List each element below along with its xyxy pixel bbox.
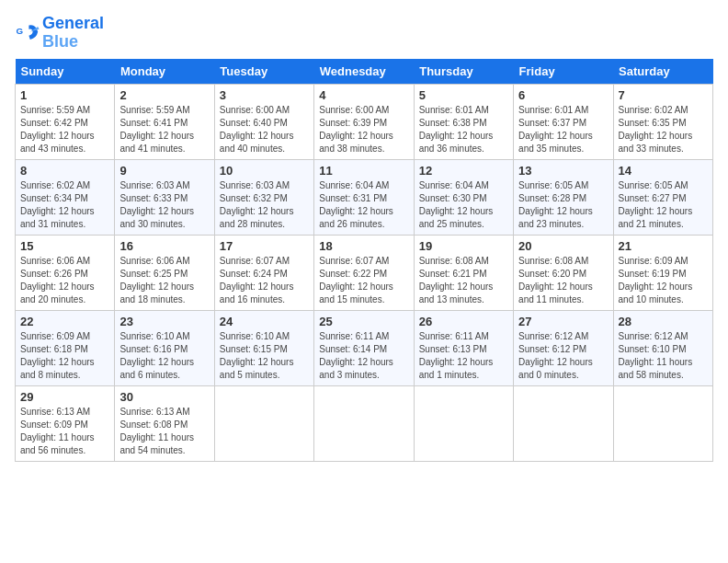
- day-cell-14: 14 Sunrise: 6:05 AM Sunset: 6:27 PM Dayl…: [613, 159, 712, 235]
- day-cell-25: 25 Sunrise: 6:11 AM Sunset: 6:14 PM Dayl…: [314, 310, 414, 385]
- day-number: 30: [119, 390, 209, 404]
- day-cell-19: 19 Sunrise: 6:08 AM Sunset: 6:21 PM Dayl…: [414, 235, 513, 310]
- day-info: Sunrise: 6:02 AM Sunset: 6:35 PM Dayligh…: [619, 104, 708, 155]
- col-header-wednesday: Wednesday: [314, 59, 414, 85]
- day-number: 9: [119, 164, 209, 178]
- col-header-tuesday: Tuesday: [214, 59, 313, 85]
- col-header-sunday: Sunday: [16, 59, 115, 85]
- day-info: Sunrise: 6:02 AM Sunset: 6:34 PM Dayligh…: [20, 179, 109, 231]
- day-number: 28: [619, 315, 708, 328]
- col-header-friday: Friday: [514, 59, 613, 85]
- day-cell-29: 29 Sunrise: 6:13 AM Sunset: 6:09 PM Dayl…: [16, 385, 115, 461]
- day-info: Sunrise: 6:09 AM Sunset: 6:18 PM Dayligh…: [20, 330, 109, 382]
- day-number: 22: [20, 315, 109, 328]
- day-cell-30: 30 Sunrise: 6:13 AM Sunset: 6:08 PM Dayl…: [115, 385, 214, 461]
- day-number: 5: [419, 88, 508, 102]
- day-number: 21: [619, 239, 708, 253]
- day-info: Sunrise: 6:10 AM Sunset: 6:16 PM Dayligh…: [119, 330, 209, 382]
- calendar-week-4: 22 Sunrise: 6:09 AM Sunset: 6:18 PM Dayl…: [16, 310, 713, 385]
- day-number: 26: [419, 315, 508, 328]
- day-cell-24: 24 Sunrise: 6:10 AM Sunset: 6:15 PM Dayl…: [214, 310, 313, 385]
- day-number: 29: [20, 390, 109, 404]
- day-cell-9: 9 Sunrise: 6:03 AM Sunset: 6:33 PM Dayli…: [115, 159, 214, 235]
- day-number: 7: [619, 88, 708, 102]
- col-header-monday: Monday: [115, 59, 214, 85]
- day-info: Sunrise: 6:05 AM Sunset: 6:28 PM Dayligh…: [518, 179, 608, 231]
- logo: G GeneralBlue: [15, 15, 104, 52]
- day-cell-10: 10 Sunrise: 6:03 AM Sunset: 6:32 PM Dayl…: [214, 159, 313, 235]
- day-cell-26: 26 Sunrise: 6:11 AM Sunset: 6:13 PM Dayl…: [414, 310, 513, 385]
- logo-icon: G: [15, 20, 40, 46]
- day-cell-17: 17 Sunrise: 6:07 AM Sunset: 6:24 PM Dayl…: [214, 235, 313, 310]
- day-info: Sunrise: 6:00 AM Sunset: 6:39 PM Dayligh…: [319, 104, 408, 155]
- calendar-table: SundayMondayTuesdayWednesdayThursdayFrid…: [15, 59, 713, 462]
- day-number: 1: [20, 88, 109, 102]
- day-cell-12: 12 Sunrise: 6:04 AM Sunset: 6:30 PM Dayl…: [414, 159, 513, 235]
- day-cell-23: 23 Sunrise: 6:10 AM Sunset: 6:16 PM Dayl…: [115, 310, 214, 385]
- day-info: Sunrise: 5:59 AM Sunset: 6:42 PM Dayligh…: [20, 104, 109, 155]
- col-header-saturday: Saturday: [613, 59, 712, 85]
- empty-cell: [214, 385, 313, 461]
- day-info: Sunrise: 5:59 AM Sunset: 6:41 PM Dayligh…: [119, 104, 209, 155]
- day-number: 17: [220, 239, 309, 253]
- day-number: 3: [220, 88, 309, 102]
- day-info: Sunrise: 6:08 AM Sunset: 6:20 PM Dayligh…: [518, 255, 608, 306]
- empty-cell: [414, 385, 513, 461]
- empty-cell: [314, 385, 414, 461]
- calendar-week-3: 15 Sunrise: 6:06 AM Sunset: 6:26 PM Dayl…: [16, 235, 713, 310]
- day-number: 2: [119, 88, 209, 102]
- day-cell-15: 15 Sunrise: 6:06 AM Sunset: 6:26 PM Dayl…: [16, 235, 115, 310]
- day-info: Sunrise: 6:01 AM Sunset: 6:37 PM Dayligh…: [518, 104, 608, 155]
- day-cell-3: 3 Sunrise: 6:00 AM Sunset: 6:40 PM Dayli…: [214, 84, 313, 159]
- day-info: Sunrise: 6:03 AM Sunset: 6:33 PM Dayligh…: [119, 179, 209, 231]
- day-number: 12: [419, 164, 508, 178]
- day-info: Sunrise: 6:07 AM Sunset: 6:24 PM Dayligh…: [220, 255, 309, 306]
- day-number: 13: [518, 164, 608, 178]
- day-number: 19: [419, 239, 508, 253]
- day-cell-28: 28 Sunrise: 6:12 AM Sunset: 6:10 PM Dayl…: [613, 310, 712, 385]
- day-cell-4: 4 Sunrise: 6:00 AM Sunset: 6:39 PM Dayli…: [314, 84, 414, 159]
- day-cell-27: 27 Sunrise: 6:12 AM Sunset: 6:12 PM Dayl…: [514, 310, 613, 385]
- day-info: Sunrise: 6:05 AM Sunset: 6:27 PM Dayligh…: [619, 179, 708, 231]
- day-number: 4: [319, 88, 408, 102]
- day-cell-20: 20 Sunrise: 6:08 AM Sunset: 6:20 PM Dayl…: [514, 235, 613, 310]
- day-info: Sunrise: 6:03 AM Sunset: 6:32 PM Dayligh…: [220, 179, 309, 231]
- day-cell-22: 22 Sunrise: 6:09 AM Sunset: 6:18 PM Dayl…: [16, 310, 115, 385]
- day-info: Sunrise: 6:11 AM Sunset: 6:14 PM Dayligh…: [319, 330, 408, 382]
- day-cell-5: 5 Sunrise: 6:01 AM Sunset: 6:38 PM Dayli…: [414, 84, 513, 159]
- day-info: Sunrise: 6:08 AM Sunset: 6:21 PM Dayligh…: [419, 255, 508, 306]
- calendar-week-1: 1 Sunrise: 5:59 AM Sunset: 6:42 PM Dayli…: [16, 84, 713, 159]
- day-info: Sunrise: 6:04 AM Sunset: 6:31 PM Dayligh…: [319, 179, 408, 231]
- page-header: G GeneralBlue: [15, 15, 713, 52]
- day-cell-16: 16 Sunrise: 6:06 AM Sunset: 6:25 PM Dayl…: [115, 235, 214, 310]
- day-cell-8: 8 Sunrise: 6:02 AM Sunset: 6:34 PM Dayli…: [16, 159, 115, 235]
- calendar-week-5: 29 Sunrise: 6:13 AM Sunset: 6:09 PM Dayl…: [16, 385, 713, 461]
- day-cell-6: 6 Sunrise: 6:01 AM Sunset: 6:37 PM Dayli…: [514, 84, 613, 159]
- day-info: Sunrise: 6:12 AM Sunset: 6:12 PM Dayligh…: [518, 330, 608, 382]
- day-cell-13: 13 Sunrise: 6:05 AM Sunset: 6:28 PM Dayl…: [514, 159, 613, 235]
- day-number: 11: [319, 164, 408, 178]
- day-number: 23: [119, 315, 209, 328]
- day-number: 14: [619, 164, 708, 178]
- day-cell-11: 11 Sunrise: 6:04 AM Sunset: 6:31 PM Dayl…: [314, 159, 414, 235]
- day-cell-7: 7 Sunrise: 6:02 AM Sunset: 6:35 PM Dayli…: [613, 84, 712, 159]
- day-info: Sunrise: 6:04 AM Sunset: 6:30 PM Dayligh…: [419, 179, 508, 231]
- day-cell-1: 1 Sunrise: 5:59 AM Sunset: 6:42 PM Dayli…: [16, 84, 115, 159]
- day-number: 24: [220, 315, 309, 328]
- day-number: 16: [119, 239, 209, 253]
- day-info: Sunrise: 6:06 AM Sunset: 6:26 PM Dayligh…: [20, 255, 109, 306]
- day-cell-18: 18 Sunrise: 6:07 AM Sunset: 6:22 PM Dayl…: [314, 235, 414, 310]
- day-info: Sunrise: 6:12 AM Sunset: 6:10 PM Dayligh…: [619, 330, 708, 382]
- day-info: Sunrise: 6:00 AM Sunset: 6:40 PM Dayligh…: [220, 104, 309, 155]
- svg-text:G: G: [16, 26, 23, 36]
- empty-cell: [613, 385, 712, 461]
- empty-cell: [514, 385, 613, 461]
- day-info: Sunrise: 6:09 AM Sunset: 6:19 PM Dayligh…: [619, 255, 708, 306]
- day-info: Sunrise: 6:13 AM Sunset: 6:08 PM Dayligh…: [119, 406, 209, 457]
- day-cell-2: 2 Sunrise: 5:59 AM Sunset: 6:41 PM Dayli…: [115, 84, 214, 159]
- day-number: 15: [20, 239, 109, 253]
- day-info: Sunrise: 6:10 AM Sunset: 6:15 PM Dayligh…: [220, 330, 309, 382]
- day-number: 6: [518, 88, 608, 102]
- day-number: 20: [518, 239, 608, 253]
- calendar-week-2: 8 Sunrise: 6:02 AM Sunset: 6:34 PM Dayli…: [16, 159, 713, 235]
